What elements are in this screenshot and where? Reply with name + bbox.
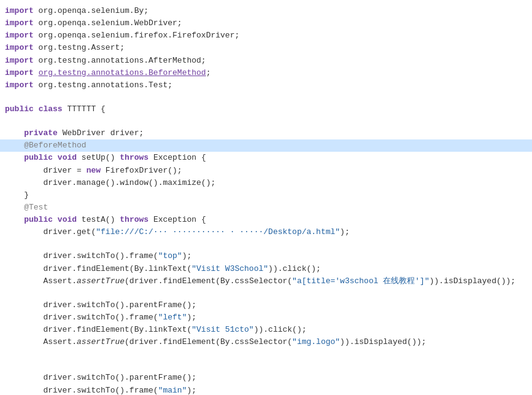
- code-line: [0, 287, 532, 299]
- code-editor: import org.openqa.selenium.By; import or…: [0, 0, 532, 395]
- code-line: driver.switchTo().frame("top");: [0, 250, 532, 262]
- code-line: private WebDriver driver;: [0, 127, 532, 139]
- code-line: [0, 348, 532, 360]
- code-line: driver.findElement(By.linkText("Visit W3…: [0, 263, 532, 275]
- code-line: import org.testng.Assert;: [0, 42, 532, 54]
- code-line: Assert.assertTrue(driver.findElement(By.…: [0, 275, 532, 287]
- code-line: driver = new FirefoxDriver();: [0, 165, 532, 177]
- code-line: }: [0, 189, 532, 201]
- code-line: driver.findElement(By.linkText("Visit 51…: [0, 324, 532, 336]
- code-line: public void setUp() throws Exception {: [0, 152, 532, 164]
- code-line: driver.switchTo().frame("main");: [0, 385, 532, 395]
- code-line: import org.openqa.selenium.By;: [0, 5, 532, 17]
- code-line: [0, 92, 532, 103]
- code-line: [0, 238, 532, 250]
- code-line: import org.openqa.selenium.WebDriver;: [0, 17, 532, 29]
- code-line-class: public class TTTTTT {: [0, 103, 532, 115]
- code-line: import org.testng.annotations.AfterMetho…: [0, 55, 532, 67]
- code-line: driver.switchTo().parentFrame();: [0, 299, 532, 311]
- code-line: @Test: [0, 201, 532, 214]
- code-line: [0, 360, 532, 372]
- code-line: driver.switchTo().frame("left");: [0, 311, 532, 324]
- code-line: public void testA() throws Exception {: [0, 214, 532, 226]
- code-line-annotation: @BeforeMethod: [0, 139, 532, 152]
- code-line: import org.testng.annotations.Test;: [0, 79, 532, 92]
- code-line: driver.switchTo().parentFrame();: [0, 372, 532, 384]
- code-line: Assert.assertTrue(driver.findElement(By.…: [0, 336, 532, 348]
- code-line: [0, 115, 532, 127]
- code-line: import org.testng.annotations.BeforeMeth…: [0, 67, 532, 79]
- code-line: driver.manage().window().maximize();: [0, 177, 532, 189]
- code-line: driver.get("file:///C:/··· ··········· ·…: [0, 226, 532, 238]
- code-line: import org.openqa.selenium.firefox.Firef…: [0, 29, 532, 42]
